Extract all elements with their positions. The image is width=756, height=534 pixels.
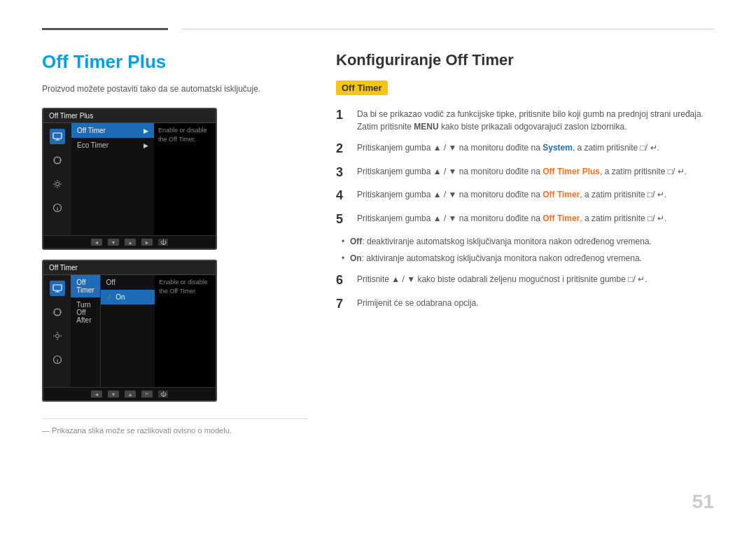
bullet-off: Off: deaktiviranje automatskog isključiv… [350, 235, 714, 248]
step-6: 6 Pritisnite ▲ / ▼ kako biste odabrali ž… [336, 273, 714, 288]
monitor-1-wrapper: Off Timer Plus [42, 108, 280, 250]
top-line-left [42, 28, 168, 30]
svg-rect-0 [53, 133, 62, 139]
step-7-number: 7 [336, 297, 350, 312]
monitor-2-label: Enable or disable the Off Timer. [155, 275, 216, 387]
nav-btn-enter: ↵ [141, 391, 153, 398]
step-3-number: 3 [336, 165, 350, 181]
step-2-number: 2 [336, 141, 350, 157]
step-2-text: Pritiskanjem gumba ▲ / ▼ na monitoru dođ… [357, 141, 714, 154]
step-1-number: 1 [336, 108, 350, 123]
monitor-2-header: Off Timer [43, 261, 216, 275]
step-6-text: Pritisnite ▲ / ▼ kako biste odabrali žel… [357, 273, 714, 286]
monitor-2-wrapper: Off Timer [42, 260, 280, 402]
nav-btn-up-2: ▲ [125, 391, 136, 398]
sidebar-icon-settings-2 [50, 328, 65, 344]
top-line [42, 28, 714, 30]
nav-btn-up: ▲ [125, 239, 136, 246]
monitor-1-content: Off Timer ▶ Eco Timer ▶ [71, 123, 154, 235]
step-1-text: Da bi se prikazao vodič za funkcijske ti… [357, 108, 714, 133]
svg-point-19 [55, 335, 59, 338]
nav-btn-left: ◄ [91, 239, 102, 246]
bullet-list: Off: deaktiviranje automatskog isključiv… [336, 235, 714, 265]
page-number: 51 [692, 491, 714, 513]
monitor-1-frame: Off Timer Plus [42, 108, 217, 250]
step-2: 2 Pritiskanjem gumba ▲ / ▼ na monitoru d… [336, 141, 714, 157]
submenu-on: ✓ On [101, 290, 155, 304]
step-3: 3 Pritiskanjem gumba ▲ / ▼ na monitoru d… [336, 165, 714, 181]
menu-item-off-timer-2: Off Timer [71, 275, 99, 297]
step-5-text: Pritiskanjem gumba ▲ / ▼ na monitoru dođ… [357, 212, 714, 225]
power-btn: ⏻ [158, 239, 168, 246]
menu-item-off-timer: Off Timer ▶ [71, 123, 154, 138]
power-btn-2: ⏻ [158, 391, 168, 398]
step-6-number: 6 [336, 273, 350, 288]
right-title: Konfiguriranje Off Timer [336, 51, 714, 69]
monitor-2-frame: Off Timer [42, 260, 217, 402]
content-columns: Off Timer Plus Proizvod možete postaviti… [42, 51, 714, 506]
svg-rect-11 [53, 285, 62, 290]
steps-list: 1 Da bi se prikazao vodič za funkcijske … [336, 108, 714, 227]
sidebar-icon-monitor [50, 129, 65, 144]
menu-item-turn-off: Turn Off After [71, 297, 99, 328]
step-7: 7 Primijenit će se odabrana opcija. [336, 297, 714, 312]
step-5-number: 5 [336, 212, 350, 227]
top-line-right [182, 29, 714, 29]
page-container: Off Timer Plus Proizvod možete postaviti… [0, 0, 756, 534]
monitor-2-menu-area: i Off Timer Turn Off After [43, 275, 216, 387]
step-4-number: 4 [336, 188, 350, 204]
monitor-1-sidebar: i [43, 123, 71, 235]
nav-btn-right: ► [141, 239, 153, 246]
submenu-panel: Off ✓ On [100, 275, 155, 387]
left-column: Off Timer Plus Proizvod možete postaviti… [42, 51, 308, 506]
submenu-off: Off [101, 275, 155, 290]
monitor-2-content: Off Timer Turn Off After [71, 275, 99, 387]
step-4: 4 Pritiskanjem gumba ▲ / ▼ na monitoru d… [336, 188, 714, 204]
check-icon: ✓ [106, 293, 112, 301]
nav-btn-down: ▼ [108, 239, 119, 246]
step-1: 1 Da bi se prikazao vodič za funkcijske … [336, 108, 714, 133]
sidebar-icon-info-2: i [50, 352, 65, 367]
note-text: Prikazana slika može se razlikovati ovis… [42, 419, 308, 435]
sidebar-icon-adjust-2 [50, 304, 65, 320]
svg-point-8 [56, 183, 59, 186]
bullet-on: On: aktiviranje automatskog isključivanj… [350, 252, 714, 265]
svg-text:i: i [57, 206, 58, 212]
nav-btn-down-2: ▼ [108, 391, 119, 398]
monitor-2-sidebar: i [43, 275, 71, 387]
monitor-2-bottom: ◄ ▼ ▲ ↵ ⏻ [43, 387, 216, 400]
step-5: 5 Pritiskanjem gumba ▲ / ▼ na monitoru d… [336, 212, 714, 227]
left-subtitle: Proizvod možete postaviti tako da se aut… [42, 84, 308, 94]
step-4-text: Pritiskanjem gumba ▲ / ▼ na monitoru dođ… [357, 188, 714, 201]
step-7-text: Primijenit će se odabrana opcija. [357, 297, 714, 309]
sidebar-icon-adjust [50, 153, 65, 168]
monitor-1-label: Enable or disable the Off Timer. [154, 123, 216, 235]
monitor-1-header: Off Timer Plus [43, 109, 216, 123]
left-title: Off Timer Plus [42, 51, 308, 73]
off-timer-badge: Off Timer [336, 80, 388, 95]
sidebar-icon-monitor-2 [50, 281, 65, 296]
menu-item-eco-timer: Eco Timer ▶ [71, 138, 154, 153]
sidebar-icon-settings [50, 176, 65, 192]
right-column: Konfiguriranje Off Timer Off Timer 1 Da … [336, 51, 714, 506]
svg-text:i: i [57, 358, 58, 364]
nav-btn-left-2: ◄ [91, 391, 102, 398]
monitor-1-menu-area: i Off Timer ▶ Eco Timer ▶ [43, 123, 216, 235]
step-3-text: Pritiskanjem gumba ▲ / ▼ na monitoru dođ… [357, 165, 714, 178]
sidebar-icon-info: i [50, 200, 65, 216]
monitor-1-bottom: ◄ ▼ ▲ ► ⏻ [43, 235, 216, 248]
